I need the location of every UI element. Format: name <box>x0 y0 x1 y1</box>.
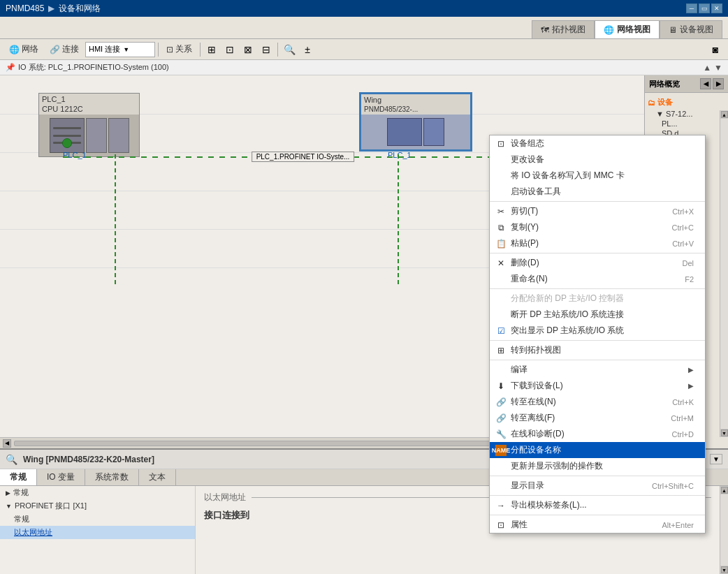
tab-io-vars[interactable]: IO 变量 <box>37 469 85 485</box>
cm-sep-8 <box>490 515 705 515</box>
plc-module-2 <box>108 118 129 153</box>
cm-sep-5 <box>490 360 705 360</box>
hmi-dropdown[interactable]: HMI 连接 ▼ <box>85 42 155 57</box>
cm-copy[interactable]: ⧉ 复制(Y) Ctrl+C <box>490 219 705 235</box>
cm-cut-icon: ✂ <box>495 206 507 217</box>
cm-topology-view[interactable]: ⊞ 转到拓扑视图 <box>490 342 705 358</box>
restore-button[interactable]: ▭ <box>699 3 710 13</box>
tree-label-ethernet: 以太网地址 <box>14 527 52 538</box>
cm-write-io-name[interactable]: 将 IO 设备名称写入到 MMC 卡 <box>490 168 705 184</box>
icon-btn-2[interactable]: ⊡ <box>221 41 238 58</box>
panel-collapse-btn[interactable]: ▼ <box>710 454 722 464</box>
panel-item-s7[interactable]: ▼ S7-12... <box>648 109 725 119</box>
bottom-scroll-up[interactable]: ▲ <box>721 487 728 494</box>
relation-button[interactable]: ⊡ 关系 <box>161 41 197 58</box>
cm-change-device[interactable]: 更改设备 <box>490 152 705 168</box>
icon-btn-1[interactable]: ⊞ <box>203 41 220 58</box>
cm-properties[interactable]: ⊡ 属性 Alt+Enter <box>490 517 705 533</box>
title-bar: PNMD485 ▶ 设备和网络 ─ ▭ ✕ <box>0 0 728 17</box>
cm-rename[interactable]: 重命名(N) F2 <box>490 271 705 287</box>
panel-prev-btn[interactable]: ◀ <box>700 78 711 89</box>
icon-btn-4[interactable]: ⊟ <box>258 41 275 58</box>
connect-button[interactable]: 🔗 连接 <box>45 41 84 58</box>
tab-device[interactable]: 🖥 设备视图 <box>660 20 722 38</box>
right-panel-scrollbar[interactable]: ▲ ▼ <box>720 110 728 437</box>
cm-update-forced[interactable]: 更新并显示强制的操作数 <box>490 458 705 474</box>
minimize-button[interactable]: ─ <box>686 3 697 13</box>
cm-compile-icon <box>495 365 507 376</box>
cm-diag-shortcut: Ctrl+D <box>672 430 694 439</box>
tab-general[interactable]: 常规 <box>0 469 37 485</box>
tree-item-profinet[interactable]: ▼ PROFINET 接口 [X1] <box>0 499 195 513</box>
network-button[interactable]: 🌐 网络 <box>4 41 43 58</box>
tree-label-profinet: PROFINET 接口 [X1] <box>15 501 87 511</box>
cm-go-online[interactable]: 🔗 转至在线(N) Ctrl+K <box>490 394 705 410</box>
icon-btn-3[interactable]: ⊠ <box>240 41 256 58</box>
cm-assign-new-icon <box>495 293 507 304</box>
panel-scroll-down[interactable]: ▼ <box>721 429 728 436</box>
tab-network[interactable]: 🌐 网络视图 <box>595 20 660 38</box>
cm-change-device-icon <box>495 154 507 165</box>
cm-delete[interactable]: ✕ 删除(D) Del <box>490 255 705 271</box>
tree-item-ethernet[interactable]: 以太网地址 <box>0 526 195 539</box>
cm-compile-label: 编译 <box>511 364 527 376</box>
cm-diag-label: 在线和诊断(D) <box>511 428 565 440</box>
bottom-tree: ▶ 常规 ▼ PROFINET 接口 [X1] 常规 以太网地址 <box>0 486 196 574</box>
io-system-bar: 📌 IO 系统: PLC_1.PROFINETIO-System (100) ▲… <box>0 60 728 75</box>
right-panel-header: 网络概览 ◀ ▶ <box>645 75 728 93</box>
cm-assign-new-label: 分配给新的 DP 主站/IO 控制器 <box>511 293 624 304</box>
panel-item-pl[interactable]: PL... <box>648 119 725 128</box>
tab-sys-const[interactable]: 系统常数 <box>85 469 139 485</box>
tree-item-general-sub[interactable]: 常规 <box>0 513 195 526</box>
cm-download[interactable]: ⬇ 下载到设备(L) ▶ <box>490 378 705 394</box>
cm-export-label: 导出模块标签条(L)... <box>511 499 587 511</box>
cm-cut-label: 剪切(T) <box>511 205 538 217</box>
cm-export-icon: → <box>495 500 507 511</box>
panel-title: 网络概览 <box>649 79 680 89</box>
cm-device-config[interactable]: ⊡ 设备组态 <box>490 135 705 152</box>
wing-body <box>361 115 470 149</box>
cm-sep-4 <box>490 340 705 341</box>
plc-device[interactable]: PLC_1 CPU 1212C <box>38 93 140 157</box>
cm-offline-label: 转至离线(F) <box>511 412 555 424</box>
close-button[interactable]: ✕ <box>711 3 722 13</box>
tree-item-general[interactable]: ▶ 常规 <box>0 486 195 499</box>
expand-icon: ▼ <box>656 110 664 118</box>
connection-label: PLC_1.PROFINET IO-Syste... <box>252 152 355 162</box>
cm-diagnostics[interactable]: 🔧 在线和诊断(D) Ctrl+D <box>490 426 705 442</box>
zoom-button[interactable]: 🔍 <box>281 41 298 58</box>
wing-device[interactable]: Wing PNMD485/232-... <box>360 93 472 151</box>
cm-show-catalog[interactable]: 显示目录 Ctrl+Shift+C <box>490 478 705 494</box>
cm-properties-icon: ⊡ <box>495 520 507 531</box>
cm-delete-shortcut: Del <box>682 259 694 267</box>
panel-scroll-up[interactable]: ▲ <box>721 111 728 118</box>
cm-sep-7 <box>490 495 705 496</box>
scroll-icon-btn[interactable]: ◙ <box>707 41 724 58</box>
cm-write-io-icon <box>495 170 507 182</box>
cm-topology-icon: ⊞ <box>495 345 507 356</box>
cm-assign-name[interactable]: NAME 分配设备名称 <box>490 442 705 458</box>
scroll-up-icon[interactable]: ▲ <box>703 63 711 73</box>
plus-minus-button[interactable]: ± <box>299 41 316 58</box>
plc-name: PLC_1 <box>39 94 139 105</box>
cm-paste[interactable]: 📋 粘贴(P) Ctrl+V <box>490 235 705 251</box>
cm-compile[interactable]: 编译 ▶ <box>490 362 705 378</box>
cm-start-device-tool[interactable]: 启动设备工具 <box>490 184 705 200</box>
section-name: 设备和网络 <box>59 3 101 15</box>
tab-text[interactable]: 文本 <box>139 469 176 485</box>
cm-go-offline[interactable]: 🔗 转至离线(F) Ctrl+M <box>490 410 705 426</box>
bottom-right-scrollbar[interactable]: ▲ ▼ <box>720 486 728 574</box>
cm-download-icon: ⬇ <box>495 381 507 392</box>
topology-icon: 🗺 <box>541 25 549 35</box>
panel-next-btn[interactable]: ▶ <box>713 78 724 89</box>
tab-topology[interactable]: 🗺 拓扑视图 <box>532 20 595 38</box>
cm-disconnect-icon <box>495 309 507 321</box>
scroll-left-btn[interactable]: ◀ <box>3 439 11 448</box>
cm-disconnect[interactable]: 断开 DP 主站系统/IO 系统连接 <box>490 307 705 323</box>
cm-export-tags[interactable]: → 导出模块标签条(L)... <box>490 497 705 513</box>
cm-cut[interactable]: ✂ 剪切(T) Ctrl+X <box>490 203 705 219</box>
cm-paste-icon: 📋 <box>495 238 507 249</box>
scroll-down-icon[interactable]: ▼ <box>714 63 722 73</box>
bottom-scroll-down[interactable]: ▼ <box>721 566 728 573</box>
cm-highlight[interactable]: ☑ 突出显示 DP 主站系统/IO 系统 <box>490 323 705 339</box>
